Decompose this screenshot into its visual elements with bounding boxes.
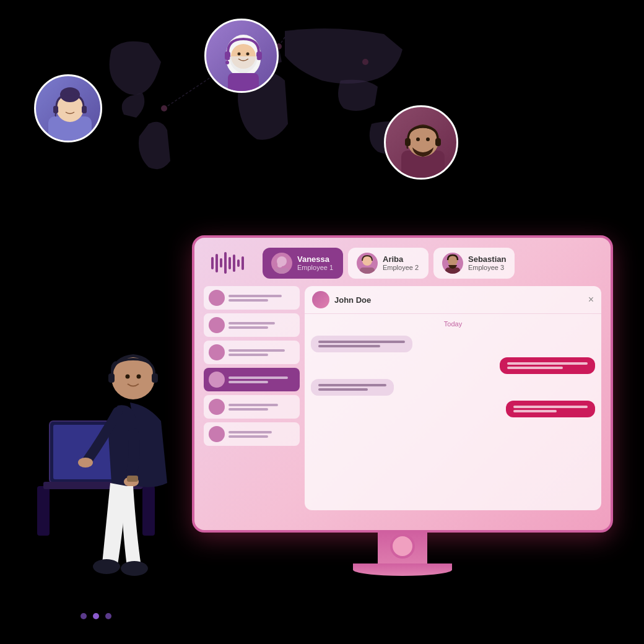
nav-dot[interactable] <box>105 613 111 619</box>
chat-close-button[interactable]: × <box>588 294 594 305</box>
monitor-button <box>390 534 415 559</box>
svg-point-43 <box>126 375 130 379</box>
svg-rect-29 <box>360 268 375 274</box>
chat-body: Today <box>305 314 601 510</box>
nav-dots <box>80 613 111 619</box>
chat-bubble-received <box>311 336 412 352</box>
employee-card-vanessa[interactable]: Vanessa Employee 1 <box>263 248 343 279</box>
svg-point-2 <box>161 105 167 111</box>
svg-point-44 <box>137 375 141 379</box>
svg-rect-34 <box>142 486 155 536</box>
svg-rect-10 <box>82 106 87 113</box>
svg-rect-33 <box>37 486 50 536</box>
vanessa-info: Vanessa Employee 1 <box>297 255 333 271</box>
svg-point-4 <box>362 59 368 65</box>
chat-header: John Doe × <box>305 286 601 314</box>
sebastian-avatar <box>442 253 463 274</box>
nav-dot[interactable] <box>80 613 87 619</box>
employee-card-sebastian[interactable]: Sebastian Employee 3 <box>433 248 515 279</box>
svg-rect-18 <box>228 73 259 93</box>
chat-bubble-sent <box>500 357 595 374</box>
main-content: John Doe × Today <box>204 286 601 510</box>
person-illustration <box>37 297 223 607</box>
ariba-info: Ariba Employee 2 <box>383 255 419 271</box>
ariba-role: Employee 2 <box>383 264 419 271</box>
chat-bubble-received <box>311 379 394 396</box>
sebastian-role: Employee 3 <box>468 264 506 271</box>
svg-rect-47 <box>127 476 138 482</box>
chat-user: John Doe <box>312 291 371 308</box>
agent-avatar-left <box>34 74 102 142</box>
svg-point-27 <box>277 263 282 268</box>
svg-rect-42 <box>152 373 158 383</box>
svg-point-48 <box>78 458 93 468</box>
svg-point-16 <box>246 53 250 56</box>
chat-user-avatar <box>312 291 329 308</box>
svg-rect-22 <box>435 138 441 146</box>
monitor: Vanessa Employee 1 Ariba Emplo <box>192 235 613 570</box>
chat-bubble-sent <box>506 401 595 417</box>
svg-point-46 <box>121 561 148 576</box>
svg-point-23 <box>416 137 420 141</box>
employee-card-ariba[interactable]: Ariba Employee 2 <box>348 248 429 279</box>
chat-panel: John Doe × Today <box>305 286 601 510</box>
svg-point-45 <box>93 559 120 574</box>
monitor-base <box>353 564 452 576</box>
svg-rect-26 <box>274 268 289 274</box>
sebastian-info: Sebastian Employee 3 <box>468 255 506 271</box>
agent-avatar-top <box>204 19 279 93</box>
chat-username: John Doe <box>334 295 371 305</box>
svg-rect-41 <box>108 373 115 383</box>
agent-avatar-right <box>384 105 458 180</box>
vanessa-name: Vanessa <box>297 255 333 264</box>
svg-rect-9 <box>53 106 58 113</box>
sebastian-name: Sebastian <box>468 255 506 264</box>
svg-point-17 <box>225 61 229 64</box>
nav-dot-active[interactable] <box>93 613 99 619</box>
svg-rect-13 <box>256 51 262 60</box>
audio-wave <box>204 247 251 279</box>
vanessa-avatar <box>271 253 292 274</box>
monitor-screen: Vanessa Employee 1 Ariba Emplo <box>192 235 613 533</box>
chat-date: Today <box>311 320 595 328</box>
vanessa-role: Employee 1 <box>297 264 333 271</box>
top-bar: Vanessa Employee 1 Ariba Emplo <box>204 247 601 279</box>
ariba-avatar <box>357 253 378 274</box>
svg-point-15 <box>238 53 241 56</box>
ariba-name: Ariba <box>383 255 419 264</box>
svg-point-24 <box>426 137 430 141</box>
